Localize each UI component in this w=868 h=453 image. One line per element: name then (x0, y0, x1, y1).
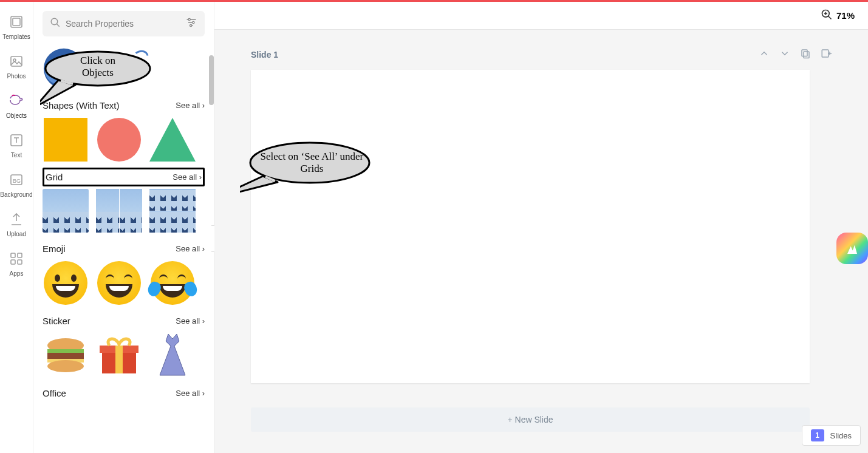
nav-label: Text (11, 152, 22, 158)
duplicate-slide-button[interactable] (800, 48, 811, 61)
nav-label: Upload (7, 231, 26, 237)
slides-drawer-button[interactable]: 1 Slides (802, 425, 861, 446)
panel-scrollbar-thumb[interactable] (209, 55, 214, 105)
see-all-office[interactable]: See all › (176, 389, 205, 398)
chevron-right-icon: › (202, 316, 205, 325)
section-title: Emoji (43, 244, 66, 254)
nav-label: Objects (6, 112, 27, 119)
search-input-wrap[interactable] (43, 11, 205, 36)
chevron-right-icon: › (199, 172, 202, 182)
svg-point-24 (47, 360, 84, 372)
photos-icon (9, 53, 24, 69)
background-icon: BG (9, 172, 24, 188)
see-all-shapes[interactable]: See all › (176, 101, 205, 110)
nav-objects[interactable]: Objects (6, 93, 27, 119)
canvas-stage: 71% Slide 1 + New Slide 1 Slides (214, 2, 868, 453)
svg-rect-8 (18, 253, 22, 257)
callout-text: Click on Objects (69, 55, 127, 80)
slide-canvas[interactable] (251, 70, 810, 383)
svg-rect-31 (822, 50, 829, 57)
svg-marker-19 (149, 118, 196, 162)
section-grid: Grid See all › (43, 168, 205, 233)
slide-tools (759, 48, 832, 61)
chevron-right-icon: › (202, 389, 205, 398)
nav-background[interactable]: BG Background (0, 172, 32, 198)
callout-grid: Select on ‘See All’ under Grids (240, 138, 380, 205)
shape-square[interactable] (43, 118, 89, 162)
search-icon (50, 17, 61, 30)
apps-icon (9, 251, 24, 267)
add-slide-button[interactable] (821, 48, 832, 61)
section-sticker: Sticker See all › (43, 311, 205, 377)
slides-count-badge: 1 (811, 429, 824, 441)
emoji-grin[interactable] (43, 261, 89, 305)
callout-objects: Click on Objects (40, 49, 155, 107)
sticker-gift[interactable] (96, 333, 142, 377)
section-office: Office See all › (43, 383, 205, 403)
slide-title: Slide 1 (251, 50, 278, 60)
svg-rect-29 (802, 50, 807, 56)
zoom-control[interactable]: 71% (821, 9, 855, 22)
nav-label: Templates (2, 33, 30, 40)
text-icon (9, 132, 24, 148)
svg-text:BG: BG (13, 178, 21, 184)
brand-fab[interactable] (836, 233, 868, 264)
svg-point-18 (97, 118, 141, 162)
see-all-sticker[interactable]: See all › (176, 316, 205, 325)
move-down-button[interactable] (779, 48, 790, 61)
section-title: Sticker (43, 316, 70, 326)
slides-button-label: Slides (830, 431, 852, 440)
zoom-value: 71% (836, 10, 855, 21)
svg-point-11 (51, 18, 58, 25)
svg-rect-21 (47, 349, 84, 353)
svg-rect-7 (11, 253, 15, 257)
emoji-beaming[interactable] (96, 261, 142, 305)
svg-rect-22 (47, 353, 84, 359)
callout-text: Select on ‘See All’ under Grids (260, 151, 363, 175)
see-all-grid[interactable]: See all › (173, 172, 202, 182)
grid-thumb-1[interactable] (43, 189, 89, 233)
svg-rect-17 (44, 118, 87, 162)
nav-apps[interactable]: Apps (9, 251, 24, 277)
stage-topbar: 71% (214, 2, 868, 30)
section-title: Grid (46, 172, 63, 182)
svg-rect-30 (804, 52, 809, 58)
svg-point-12 (188, 18, 190, 20)
svg-rect-27 (115, 346, 123, 373)
svg-point-13 (193, 21, 194, 23)
svg-rect-9 (11, 260, 15, 264)
shape-circle[interactable] (96, 118, 142, 162)
see-all-emoji[interactable]: See all › (176, 244, 205, 253)
section-emoji: Emoji See all › (43, 239, 205, 305)
nav-photos[interactable]: Photos (7, 53, 26, 80)
search-input[interactable] (66, 19, 185, 29)
move-up-button[interactable] (759, 48, 770, 61)
svg-rect-10 (18, 260, 22, 264)
svg-rect-2 (11, 56, 22, 66)
nav-text[interactable]: Text (9, 132, 24, 158)
filter-icon[interactable] (185, 17, 197, 30)
nav-upload[interactable]: Upload (7, 211, 26, 237)
svg-rect-1 (13, 18, 20, 26)
shape-triangle[interactable] (149, 118, 196, 162)
upload-icon (9, 211, 24, 227)
nav-label: Apps (10, 270, 24, 277)
nav-label: Photos (7, 73, 26, 80)
grid-thumb-3[interactable] (149, 189, 196, 233)
sticker-burger[interactable] (43, 333, 89, 377)
section-title: Office (43, 388, 66, 398)
objects-icon (9, 93, 24, 109)
sticker-dress[interactable] (149, 333, 196, 377)
templates-icon (9, 14, 24, 30)
new-slide-button[interactable]: + New Slide (251, 407, 810, 432)
nav-label: Background (0, 191, 32, 198)
svg-point-14 (190, 24, 192, 26)
chevron-right-icon: › (202, 244, 205, 253)
zoom-in-icon (821, 9, 833, 22)
nav-rail: Templates Photos Objects Text BG Backgro… (0, 2, 33, 453)
nav-templates[interactable]: Templates (2, 14, 30, 40)
grid-thumb-2[interactable] (96, 189, 142, 233)
emoji-joy-tears[interactable] (149, 261, 196, 305)
chevron-right-icon: › (202, 101, 205, 110)
